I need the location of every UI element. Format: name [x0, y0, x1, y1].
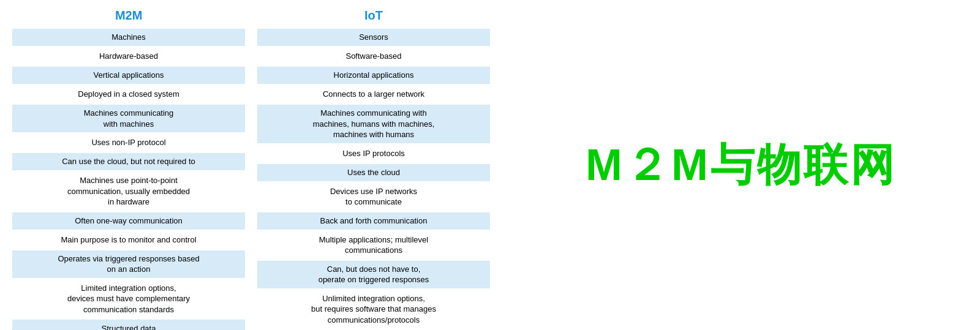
table-row: Back and forth communication — [257, 212, 490, 230]
table-row: Operates via triggered responses based o… — [12, 250, 245, 278]
table-row: Limited integration options, devices mus… — [12, 280, 245, 318]
table-row: Uses IP protocols — [257, 145, 490, 162]
table-row: Structured data — [12, 320, 245, 330]
table-row: Machines communicating with machines — [12, 105, 245, 132]
table-row: Software-based — [257, 48, 490, 65]
table-row: Vertical applications — [12, 67, 245, 84]
table-row: Unlimited integration options, but requi… — [257, 290, 490, 329]
comparison-panel: M2M IoT MachinesHardware-basedVertical a… — [0, 0, 502, 330]
table-row: Hardware-based — [12, 48, 245, 65]
m2m-header: M2M — [12, 6, 245, 25]
table-row: Can, but does not have to, operate on tr… — [257, 261, 490, 288]
table-row: Uses the cloud — [257, 164, 490, 181]
right-panel: M２M与物联网 — [502, 0, 980, 330]
table-row: Deployed in a closed system — [12, 86, 245, 103]
table-row: Devices use IP networks to communicate — [257, 183, 490, 211]
table-row: Machines — [12, 29, 245, 46]
m2m-column: MachinesHardware-basedVertical applicati… — [12, 29, 245, 330]
table-row: Connects to a larger network — [257, 86, 490, 103]
table-row: Main purpose is to monitor and control — [12, 231, 245, 249]
table-row: Can use the cloud, but not required to — [12, 153, 245, 170]
iot-header: IoT — [257, 6, 490, 25]
table-row: Machines communicating with machines, hu… — [257, 105, 490, 143]
table-row: Horizontal applications — [257, 67, 490, 84]
table-row: Machines use point-to-point communicatio… — [12, 172, 245, 211]
table-row: Often one-way communication — [12, 212, 245, 230]
comparison-table: MachinesHardware-basedVertical applicati… — [12, 29, 490, 330]
table-row: Uses non-IP protocol — [12, 134, 245, 151]
table-row: Multiple applications; multilevel commun… — [257, 231, 490, 259]
table-row: Sensors — [257, 29, 490, 46]
main-title: M２M与物联网 — [586, 136, 897, 195]
iot-column: SensorsSoftware-basedHorizontal applicat… — [257, 29, 490, 330]
